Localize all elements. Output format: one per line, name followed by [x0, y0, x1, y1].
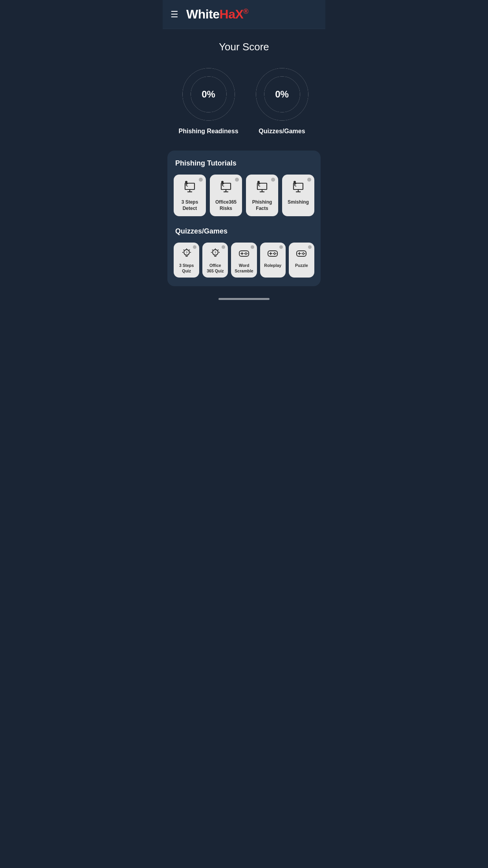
app-header: ☰ WhiteHaX®	[163, 0, 325, 29]
card-dot	[235, 178, 239, 182]
card-roleplay[interactable]: Roleplay	[260, 243, 286, 278]
logo-white-text: White	[186, 7, 220, 21]
card-phishing-facts-label: PhishingFacts	[252, 199, 272, 211]
card-phishing-facts[interactable]: PhishingFacts	[246, 175, 278, 216]
phishing-readiness-item: 0% Phishing Readiness	[178, 67, 238, 135]
svg-point-14	[221, 181, 224, 183]
card-dot	[279, 245, 283, 249]
home-indicator	[163, 292, 325, 303]
svg-point-21	[257, 181, 260, 183]
svg-point-7	[185, 181, 187, 183]
card-dot	[193, 245, 196, 249]
presenter-icon	[219, 180, 233, 196]
tutorials-title: Phishing Tutorials	[174, 159, 314, 167]
quizzes-games-item: 0% Quizzes/Games	[255, 67, 310, 135]
card-dot	[271, 178, 275, 182]
svg-line-24	[259, 186, 260, 186]
card-3-steps-quiz-label: 3 StepsQuiz	[179, 263, 194, 274]
svg-text:?: ?	[186, 251, 187, 254]
svg-point-49	[246, 252, 247, 254]
tutorials-cards-row: 3 StepsDetect Office365Risks	[174, 175, 314, 216]
svg-point-28	[294, 181, 296, 183]
lightbulb-icon: ?	[209, 247, 221, 261]
svg-point-58	[274, 254, 275, 255]
card-office-365-quiz[interactable]: ? Office365 Quiz	[202, 243, 228, 278]
svg-line-43	[218, 250, 218, 250]
score-circles: 0% Phishing Readiness 0% Quizzes/Games	[171, 67, 317, 135]
card-3-steps-quiz[interactable]: ? 3 StepsQuiz	[174, 243, 199, 278]
card-puzzle[interactable]: Puzzle	[289, 243, 314, 278]
quizzes-games-label: Quizzes/Games	[259, 128, 305, 135]
svg-point-50	[247, 253, 248, 254]
card-dot	[308, 245, 312, 249]
svg-line-10	[186, 186, 188, 186]
svg-line-34	[183, 250, 184, 250]
card-roleplay-label: Roleplay	[264, 263, 281, 268]
quizzes-title: Quizzes/Games	[174, 227, 314, 235]
card-office365-risks[interactable]: Office365Risks	[210, 175, 242, 216]
hamburger-menu-icon[interactable]: ☰	[171, 10, 178, 19]
card-dot	[251, 245, 254, 249]
phishing-readiness-circle: 0%	[181, 67, 236, 122]
main-panel: Phishing Tutorials 3 StepsDetect	[167, 151, 321, 286]
card-smishing-label: Smishing	[288, 199, 309, 206]
svg-line-31	[295, 186, 296, 186]
card-dot	[307, 178, 311, 182]
card-dot	[222, 245, 225, 249]
lightbulb-icon: ?	[181, 247, 193, 261]
svg-point-56	[274, 252, 275, 254]
card-3-steps-detect-label: 3 StepsDetect	[182, 199, 198, 211]
logo-registered: ®	[243, 7, 248, 15]
svg-point-65	[303, 254, 304, 255]
svg-point-59	[273, 253, 274, 254]
logo-red-text: HaX	[220, 7, 244, 21]
gamepad-icon	[238, 247, 250, 261]
svg-text:?: ?	[215, 251, 216, 254]
card-office365-risks-label: Office365Risks	[215, 199, 237, 211]
card-smishing[interactable]: Smishing	[282, 175, 314, 216]
gamepad-icon	[295, 247, 307, 261]
card-word-scramble[interactable]: WordScramble	[231, 243, 257, 278]
svg-point-52	[244, 253, 246, 254]
phishing-readiness-label: Phishing Readiness	[178, 128, 238, 135]
presenter-icon	[183, 180, 197, 196]
card-office-365-quiz-label: Office365 Quiz	[207, 263, 224, 274]
svg-point-64	[304, 253, 305, 254]
phishing-readiness-value: 0%	[202, 89, 215, 100]
presenter-icon	[255, 180, 269, 196]
quizzes-games-circle: 0%	[255, 67, 310, 122]
card-word-scramble-label: WordScramble	[235, 263, 253, 274]
svg-point-51	[246, 254, 247, 255]
quizzes-cards-row: ? 3 StepsQuiz ? Off	[174, 243, 314, 278]
card-puzzle-label: Puzzle	[295, 263, 308, 268]
app-logo: WhiteHaX®	[186, 7, 248, 22]
presenter-icon	[291, 180, 305, 196]
svg-line-36	[189, 250, 190, 250]
svg-point-63	[303, 252, 304, 254]
svg-line-17	[222, 186, 224, 186]
quizzes-games-value: 0%	[275, 89, 289, 100]
card-dot	[199, 178, 203, 182]
score-title: Your Score	[171, 41, 317, 53]
home-bar	[218, 298, 270, 300]
score-section: Your Score 0% Phishing Readiness 0%	[163, 29, 325, 151]
svg-point-66	[302, 253, 303, 254]
svg-point-57	[275, 253, 277, 254]
card-3-steps-detect[interactable]: 3 StepsDetect	[174, 175, 206, 216]
gamepad-icon	[267, 247, 279, 261]
svg-line-41	[212, 250, 213, 250]
